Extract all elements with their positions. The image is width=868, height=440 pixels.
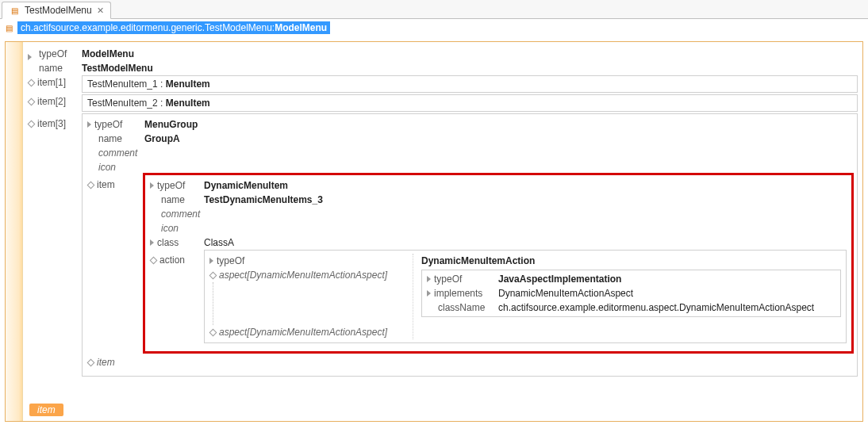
tab-testmodelmenu[interactable]: ▤ TestModelMenu ✕ xyxy=(2,2,111,19)
prop-label: class xyxy=(157,235,179,250)
prop-label: implements xyxy=(434,286,482,300)
dynamicmenuitem-box[interactable]: typeOf DynamicMenuItem name TestDynamicM… xyxy=(144,174,852,352)
item-add-button[interactable]: item xyxy=(29,404,63,416)
property-row[interactable]: typeOf JavaAspectImplementation xyxy=(427,272,835,286)
item-placeholder-row[interactable]: item xyxy=(87,355,852,369)
item-row[interactable]: item typeOf DynamicMenuItem name TestDyn… xyxy=(87,174,852,352)
item-row[interactable]: item[2] TestMenuItem_2 : MenuItem xyxy=(28,94,858,113)
diamond-icon[interactable] xyxy=(28,120,36,128)
spacer xyxy=(28,64,36,72)
breadcrumb-last: ModelMenu xyxy=(275,22,327,33)
tab-bar: ▤ TestModelMenu ✕ xyxy=(0,0,868,19)
property-row[interactable]: implements DynamicMenuItemActionAspect xyxy=(427,286,835,300)
expand-icon[interactable] xyxy=(87,117,91,132)
connector-line xyxy=(213,282,413,325)
menugroup-box[interactable]: typeOf MenuGroup name GroupA comment ico… xyxy=(82,113,858,377)
property-row[interactable]: typeOf DynamicMenuItem xyxy=(150,178,847,193)
action-box[interactable]: typeOf aspect[DynamicMenuItemActionAspec… xyxy=(204,250,847,343)
item-sep: : xyxy=(160,78,163,90)
action-right: DynamicMenuItemAction typeOf JavaAspectI… xyxy=(413,254,841,339)
prop-value: TestDynamicMenuItems_3 xyxy=(204,193,323,207)
breadcrumb-text[interactable]: ch.actifsource.example.editormenu.generi… xyxy=(17,21,330,34)
prop-value: ClassA xyxy=(204,235,234,250)
property-row[interactable]: name TestModelMenu xyxy=(28,61,858,75)
item-row[interactable]: item[3] typeOf MenuGroup name GroupA com… xyxy=(28,113,858,377)
prop-label: name xyxy=(161,193,185,207)
diamond-icon[interactable] xyxy=(87,358,95,366)
prop-label: typeOf xyxy=(157,178,185,193)
property-row[interactable]: className ch.actifsource.example.editorm… xyxy=(427,300,835,315)
item-box[interactable]: TestMenuItem_1 : MenuItem xyxy=(82,75,858,93)
property-row[interactable]: typeOf xyxy=(209,254,413,268)
expand-icon[interactable] xyxy=(209,254,213,268)
property-row[interactable]: typeOf MenuGroup xyxy=(87,117,852,132)
diamond-icon[interactable] xyxy=(209,328,217,336)
prop-label: item xyxy=(97,355,115,369)
item-name: TestMenuItem_1 xyxy=(87,78,158,90)
breadcrumb-path: ch.actifsource.example.editormenu.generi… xyxy=(21,22,275,33)
aspect-row[interactable]: aspect[DynamicMenuItemActionAspect] xyxy=(209,268,413,282)
breadcrumb[interactable]: ▤ ch.actifsource.example.editormenu.gene… xyxy=(0,19,868,36)
property-row[interactable]: typeOf ModelMenu xyxy=(28,47,858,61)
prop-value: TestModelMenu xyxy=(82,61,153,75)
gutter xyxy=(6,42,23,421)
item-add-label: item xyxy=(37,404,56,415)
prop-label: typeOf xyxy=(94,117,122,132)
prop-label: icon xyxy=(161,221,179,235)
diamond-icon[interactable] xyxy=(209,271,217,279)
impl-box[interactable]: typeOf JavaAspectImplementation implemen… xyxy=(421,270,841,317)
diamond-icon[interactable] xyxy=(28,78,36,86)
property-row[interactable]: name GroupA xyxy=(87,132,852,146)
model-icon: ▤ xyxy=(9,5,20,16)
prop-value: DynamicMenuItemAction xyxy=(421,254,535,268)
aspect-label: aspect[DynamicMenuItemActionAspect] xyxy=(219,325,387,339)
prop-value: DynamicMenuItemActionAspect xyxy=(498,286,633,300)
prop-label: item[3] xyxy=(37,117,66,131)
diamond-icon[interactable] xyxy=(28,98,36,105)
close-icon[interactable]: ✕ xyxy=(97,6,104,16)
diamond-icon[interactable] xyxy=(150,256,158,264)
prop-label: typeOf xyxy=(39,47,67,61)
prop-label: name xyxy=(98,132,122,146)
prop-label: item xyxy=(97,178,115,192)
diamond-icon[interactable] xyxy=(87,181,95,189)
editor-panel: typeOf ModelMenu name TestModelMenu item… xyxy=(5,41,863,422)
aspect-row[interactable]: aspect[DynamicMenuItemActionAspect] xyxy=(209,325,413,339)
prop-value: MenuGroup xyxy=(144,117,198,132)
expand-icon[interactable] xyxy=(150,178,154,193)
action-row[interactable]: action typeOf aspect[Dynamic xyxy=(150,250,847,343)
property-row[interactable]: icon xyxy=(87,160,852,174)
expand-icon[interactable] xyxy=(427,286,431,300)
prop-label: typeOf xyxy=(217,254,244,268)
expand-icon[interactable] xyxy=(150,235,154,250)
prop-label: item[1] xyxy=(37,75,66,90)
item-sep: : xyxy=(160,98,163,109)
property-row[interactable]: class ClassA xyxy=(150,235,847,250)
model-icon: ▤ xyxy=(3,22,14,33)
item-type: MenuItem xyxy=(166,98,210,109)
aspect-label: aspect[DynamicMenuItemActionAspect] xyxy=(219,268,387,282)
property-row[interactable]: comment xyxy=(87,146,852,160)
tab-title: TestModelMenu xyxy=(25,5,92,16)
item-name: TestMenuItem_2 xyxy=(87,98,158,109)
prop-label: name xyxy=(39,61,63,75)
prop-label: comment xyxy=(98,146,137,160)
property-row[interactable]: comment xyxy=(150,207,847,221)
prop-value: GroupA xyxy=(144,132,180,146)
prop-value: JavaAspectImplementation xyxy=(498,272,621,286)
expand-icon[interactable] xyxy=(427,272,431,286)
property-row[interactable]: icon xyxy=(150,221,847,235)
prop-label: comment xyxy=(161,207,200,221)
prop-value: DynamicMenuItem xyxy=(204,178,288,193)
prop-label: action xyxy=(159,253,185,267)
prop-value: ch.actifsource.example.editormenu.aspect… xyxy=(498,300,814,315)
item-box[interactable]: TestMenuItem_2 : MenuItem xyxy=(82,94,858,112)
item-row[interactable]: item[1] TestMenuItem_1 : MenuItem xyxy=(28,75,858,94)
prop-label: className xyxy=(438,300,485,315)
property-row[interactable]: name TestDynamicMenuItems_3 xyxy=(150,193,847,207)
item-type: MenuItem xyxy=(166,78,210,90)
expand-icon[interactable] xyxy=(28,50,36,58)
prop-value: ModelMenu xyxy=(82,47,134,61)
property-row[interactable]: DynamicMenuItemAction xyxy=(421,254,841,268)
prop-label: item[2] xyxy=(37,94,66,109)
